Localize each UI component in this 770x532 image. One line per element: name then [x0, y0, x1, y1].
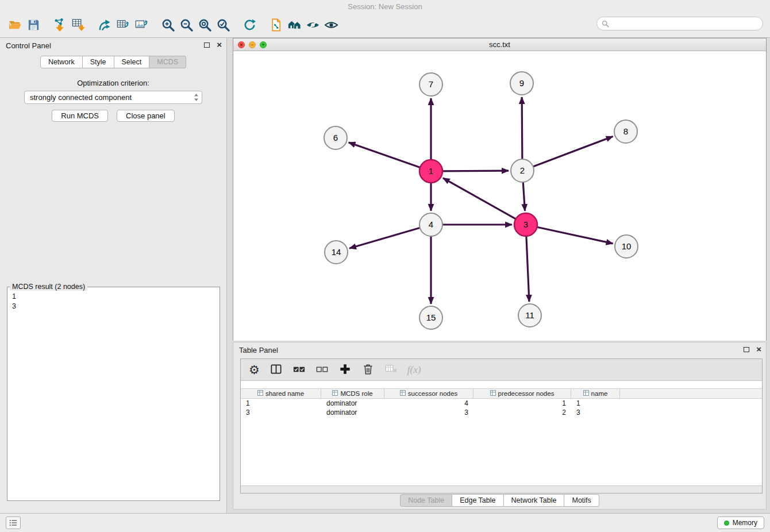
float-table-panel-icon[interactable] — [744, 347, 749, 352]
table-settings-button[interactable]: ⚙ — [249, 364, 260, 376]
svg-text:1: 1 — [429, 166, 433, 176]
search-input[interactable] — [612, 20, 758, 28]
column-header-successor-nodes[interactable]: successor nodes — [384, 389, 473, 398]
control-panel-title: Control Panel — [6, 41, 51, 50]
edge-2-9[interactable] — [522, 97, 522, 159]
node-15[interactable]: 15 — [419, 306, 442, 329]
table-tab-motifs[interactable]: Motifs — [564, 494, 599, 507]
tab-select[interactable]: Select — [114, 56, 150, 68]
network-graph: 7968124314101511 — [233, 52, 766, 341]
select-all-button[interactable] — [292, 363, 306, 377]
table-toolbar: ⚙ — [241, 359, 762, 381]
zoom-out-button[interactable] — [177, 16, 195, 34]
node-4[interactable]: 4 — [419, 213, 442, 236]
import-table-button[interactable] — [69, 16, 87, 34]
delete-column-button[interactable] — [361, 363, 375, 377]
optimization-dropdown[interactable]: strongly connected component — [24, 91, 202, 104]
edge-4-14[interactable] — [349, 228, 420, 249]
node-7[interactable]: 7 — [419, 73, 442, 96]
mcds-result-title: MCDS result (2 nodes) — [10, 283, 87, 291]
column-header-shared-name[interactable]: shared name — [241, 389, 321, 398]
hide-graphics-details-button[interactable] — [303, 16, 322, 34]
apply-layout-button[interactable] — [240, 16, 259, 34]
cell-name: 1 — [571, 399, 620, 408]
node-9[interactable]: 9 — [510, 72, 533, 95]
node-10[interactable]: 10 — [615, 235, 638, 258]
network-from-selection-button[interactable] — [267, 16, 285, 34]
first-neighbors-button[interactable] — [285, 16, 303, 34]
export-image-button[interactable] — [132, 16, 151, 34]
status-menu-button[interactable] — [6, 516, 21, 529]
node-1[interactable]: 1 — [419, 160, 442, 183]
node-2[interactable]: 2 — [511, 159, 534, 182]
show-graphics-details-button[interactable] — [322, 16, 340, 34]
edge-3-10[interactable] — [537, 227, 613, 244]
table-content: ⚙ — [240, 358, 763, 494]
table-tab-node-table[interactable]: Node Table — [400, 494, 452, 507]
zoom-selected-button[interactable] — [214, 16, 232, 34]
trash-icon — [361, 363, 375, 376]
close-panel-button[interactable]: Close panel — [117, 110, 175, 122]
table-row[interactable]: 3dominator323 — [241, 408, 762, 417]
open-folder-icon — [8, 18, 22, 32]
network-canvas[interactable]: 7968124314101511 — [233, 52, 766, 341]
node-8[interactable]: 8 — [614, 120, 637, 143]
table-tab-edge-table[interactable]: Edge Table — [452, 494, 503, 507]
cell-mcds-role: dominator — [321, 408, 384, 417]
table-horizontal-scrollbar[interactable] — [241, 485, 762, 493]
columns-icon — [270, 363, 283, 376]
export-table-button[interactable] — [114, 16, 132, 34]
edge-1-2[interactable] — [442, 171, 509, 171]
node-14[interactable]: 14 — [325, 241, 348, 264]
document-network-icon — [269, 18, 283, 32]
zoom-fit-button[interactable] — [195, 16, 214, 34]
svg-text:10: 10 — [622, 241, 632, 251]
edge-2-3[interactable] — [523, 182, 525, 211]
save-session-button[interactable] — [24, 16, 43, 34]
memory-status-icon — [724, 521, 729, 526]
table-panel-header: Table Panel × — [233, 342, 766, 357]
unselect-all-button[interactable] — [315, 363, 329, 377]
node-3[interactable]: 3 — [514, 213, 537, 236]
column-header-predecessor-nodes[interactable]: predecessor nodes — [473, 389, 571, 398]
table-tab-network-table[interactable]: Network Table — [504, 494, 565, 507]
close-panel-icon[interactable]: × — [217, 41, 222, 48]
new-network-button[interactable] — [95, 16, 114, 34]
svg-text:7: 7 — [429, 79, 433, 89]
zoom-in-icon — [161, 18, 175, 32]
import-network-button[interactable] — [51, 16, 69, 34]
run-mcds-button[interactable]: Run MCDS — [52, 110, 108, 122]
edge-3-11[interactable] — [526, 236, 529, 302]
mcds-result-line: 1 — [12, 292, 215, 302]
delete-table-button[interactable] — [384, 363, 398, 377]
tab-mcds[interactable]: MCDS — [149, 56, 186, 68]
edge-3-1[interactable] — [443, 178, 516, 219]
column-type-icon — [490, 390, 496, 397]
table-delete-icon — [384, 363, 398, 376]
memory-button[interactable]: Memory — [717, 516, 764, 529]
node-6[interactable]: 6 — [324, 126, 347, 149]
tab-network[interactable]: Network — [40, 56, 83, 68]
create-column-button[interactable] — [338, 363, 352, 377]
table-panel-tabs: Node TableEdge TableNetwork TableMotifs — [233, 494, 766, 507]
column-type-icon — [332, 390, 338, 397]
edge-2-8[interactable] — [533, 136, 613, 166]
close-table-panel-icon[interactable]: × — [756, 346, 761, 353]
float-panel-icon[interactable] — [204, 43, 210, 48]
open-session-button[interactable] — [6, 16, 24, 34]
edge-1-6[interactable] — [349, 142, 420, 167]
svg-text:2: 2 — [520, 165, 525, 175]
table-row[interactable]: 1dominator411 — [241, 399, 762, 408]
image-export-icon — [134, 18, 149, 32]
function-builder-button[interactable]: f(x) — [407, 364, 421, 376]
svg-text:14: 14 — [332, 247, 341, 257]
zoom-fit-icon — [198, 18, 212, 32]
show-columns-button[interactable] — [270, 363, 283, 377]
dropdown-arrows-icon — [194, 93, 199, 102]
search-field[interactable] — [596, 17, 763, 30]
column-header-mcds-role[interactable]: MCDS role — [321, 389, 384, 398]
node-11[interactable]: 11 — [518, 304, 541, 327]
zoom-in-button[interactable] — [159, 16, 177, 34]
column-header-name[interactable]: name — [571, 389, 620, 398]
tab-style[interactable]: Style — [83, 56, 114, 68]
